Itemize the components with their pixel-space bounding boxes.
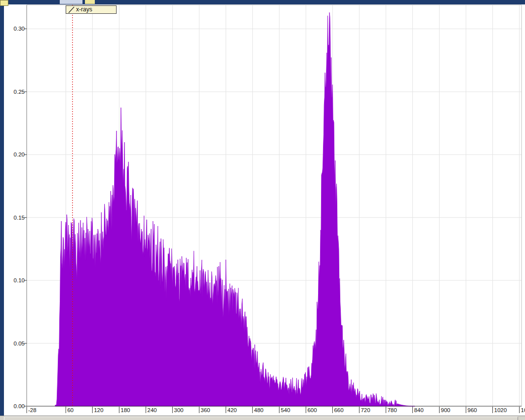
marker-leader-icon bbox=[68, 6, 75, 13]
x-tick-label: 1080 bbox=[521, 407, 525, 413]
x-tick-label: 360 bbox=[201, 407, 210, 413]
x-tick-label: 900 bbox=[441, 407, 450, 413]
cursor-label: x-rays bbox=[76, 6, 92, 13]
titlebar-tab[interactable] bbox=[60, 0, 82, 4]
y-tick-label: 0.20 bbox=[14, 152, 25, 157]
spectrum-plot[interactable]: -286012018024030036042048054060066072078… bbox=[4, 4, 525, 416]
window-left-border bbox=[0, 4, 4, 416]
x-tick-label: 480 bbox=[254, 407, 263, 413]
x-tick-label: 660 bbox=[334, 407, 343, 413]
x-tick-label: 60 bbox=[67, 407, 74, 413]
titlebar-button[interactable] bbox=[85, 0, 95, 4]
x-tick-label: 180 bbox=[121, 407, 130, 413]
y-tick-label: 0.15 bbox=[14, 215, 25, 221]
x-tick-label: 840 bbox=[414, 407, 423, 413]
x-tick-label: 300 bbox=[174, 407, 183, 413]
x-tick-label: 240 bbox=[147, 407, 157, 413]
y-tick-label: 0.30 bbox=[14, 26, 25, 32]
y-tick-label: 0.05 bbox=[14, 341, 25, 346]
x-tick-label: 960 bbox=[468, 407, 477, 413]
scrollbar-thumb[interactable] bbox=[4, 417, 518, 420]
x-tick-label: 1020 bbox=[494, 407, 507, 413]
x-tick-label: 780 bbox=[387, 407, 397, 413]
y-tick-label: 0.25 bbox=[14, 89, 25, 95]
x-tick-label: 420 bbox=[227, 407, 237, 413]
y-tick-label: 0.10 bbox=[14, 277, 25, 283]
x-tick-label: 540 bbox=[281, 407, 290, 413]
corner-menu-button[interactable] bbox=[0, 0, 8, 6]
cursor-label-box[interactable]: x-rays bbox=[66, 5, 117, 14]
horizontal-scrollbar[interactable] bbox=[0, 416, 525, 420]
spectrum-area bbox=[55, 12, 415, 406]
x-tick-label: 600 bbox=[307, 407, 317, 413]
x-tick-label: 720 bbox=[361, 407, 370, 413]
x-tick-label: -28 bbox=[28, 407, 37, 413]
x-tick-label: 120 bbox=[94, 407, 103, 413]
y-tick-label: 0.00 bbox=[14, 403, 25, 409]
